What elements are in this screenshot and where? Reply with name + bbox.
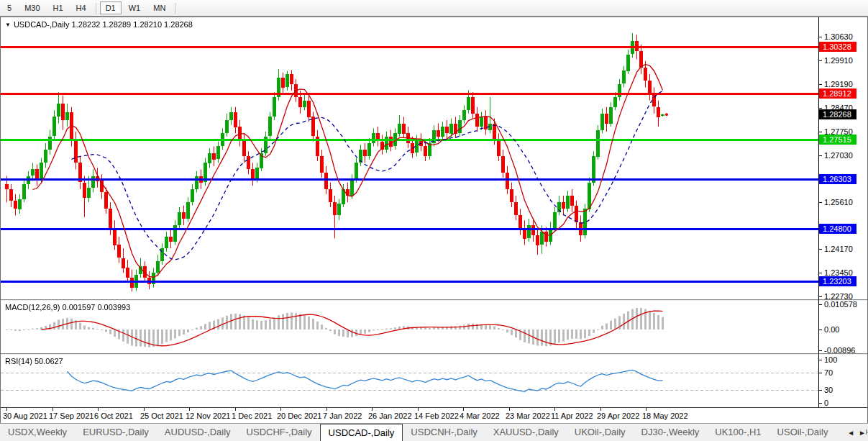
axis-tick-mark (819, 108, 822, 109)
axis-tick-mark (819, 84, 822, 85)
date-tick-mark (418, 408, 419, 411)
timeframe-toolbar: 5M30H1H4D1W1MN (0, 0, 868, 17)
price-axis-tick: 1.30630 (824, 32, 853, 42)
timeframe-button-5[interactable]: 5 (1, 1, 17, 14)
chart-tab-bar: USDX,WeeklyEURUSD-,DailyAUDUSD-,DailyUSD… (0, 423, 868, 441)
date-tick-mark (280, 408, 281, 411)
price-axis-tick: 1.25610 (824, 197, 853, 207)
tab-scroll-right-icon[interactable]: ► (859, 429, 866, 437)
date-axis-label: 30 Aug 2021 (3, 412, 47, 420)
date-axis-label: 29 Apr 2022 (597, 412, 639, 420)
pane-separator[interactable] (1, 353, 867, 355)
date-tick-mark (235, 408, 236, 411)
chart-tab-ukoil-daily[interactable]: UKOil-,Daily (567, 424, 634, 441)
ohlc-high: 1.28289 (102, 20, 131, 29)
rsi-label: RSI(14) 50.0627 (5, 357, 63, 365)
timeframe-button-d1[interactable]: D1 (100, 1, 122, 14)
chart-tab-uk100-h1[interactable]: UK100-,H1 (707, 424, 769, 441)
chart-tab-usdchf-daily[interactable]: USDCHF-,Daily (239, 424, 320, 441)
price-axis-tick: 1.27030 (824, 150, 853, 160)
toolbar-separator (175, 3, 175, 14)
timeframe-button-h4[interactable]: H4 (70, 1, 92, 14)
date-tick-mark (6, 408, 7, 411)
date-tick-mark (98, 408, 99, 411)
date-axis-label: 1 Dec 2021 (232, 412, 272, 420)
rsi-pane-canvas[interactable] (1, 355, 818, 407)
timeframe-button-m30[interactable]: M30 (19, 1, 45, 14)
toolbar-separator (96, 3, 96, 14)
axis-tick-mark (819, 273, 822, 273)
date-axis-label: 20 Dec 2021 (277, 412, 321, 420)
date-axis-label: 23 Mar 2022 (506, 412, 550, 420)
price-axis-tick: 70 (824, 368, 833, 378)
axis-tick-mark (819, 373, 822, 373)
axis-tick-mark (819, 329, 822, 330)
axis-tick-mark (819, 132, 822, 132)
date-axis: 30 Aug 202117 Sep 20216 Oct 202125 Oct 2… (1, 407, 867, 424)
chart-title: ▼USDCAD-,Daily 1.28232 1.28289 1.28210 1… (5, 20, 193, 29)
chart-tab-usdcad-daily[interactable]: USDCAD-,Daily (320, 424, 403, 441)
axis-tick-mark (819, 350, 822, 351)
pane-separator[interactable] (1, 299, 867, 301)
price-axis-tick: 1.29190 (824, 79, 853, 89)
axis-tick-mark (819, 37, 822, 37)
price-tag: 1.23203 (819, 276, 856, 286)
price-chart-canvas[interactable] (1, 18, 818, 299)
date-axis-label: 18 May 2022 (642, 412, 688, 420)
date-tick-mark (326, 408, 327, 411)
chart-tab-dj30-weekly[interactable]: DJ30-,Weekly (634, 424, 708, 441)
date-axis-label: 12 Nov 2021 (186, 412, 230, 420)
rsi-value: 50.0627 (35, 357, 63, 365)
price-axis-line (818, 17, 819, 407)
chart-tab-usdcnh-daily[interactable]: USDCNH-,Daily (403, 424, 485, 441)
date-axis-label: 4 Mar 2022 (460, 412, 500, 420)
price-axis-tick: 1.24170 (824, 244, 853, 254)
axis-tick-mark (819, 155, 822, 156)
date-axis-label: 26 Jan 2022 (368, 412, 412, 420)
price-axis-tick: 100 (824, 355, 837, 365)
axis-tick-mark (819, 360, 822, 360)
symbol-dropdown-icon[interactable]: ▼ (5, 22, 11, 28)
axis-tick-mark (819, 296, 822, 297)
date-tick-mark (463, 408, 464, 411)
date-axis-label: 14 Feb 2022 (414, 412, 459, 420)
axis-tick-mark (819, 403, 822, 404)
macd-label: MACD(12,26,9) 0.001597 0.003993 (5, 303, 130, 312)
date-axis-label: 11 Apr 2022 (551, 412, 593, 420)
axis-tick-mark (819, 60, 822, 61)
chart-tab-usoil-daily[interactable]: USOil-,Daily (769, 424, 836, 441)
axis-tick-mark (819, 249, 822, 250)
timeframe-button-mn[interactable]: MN (147, 1, 171, 14)
price-tag: 1.26303 (819, 174, 856, 184)
date-axis-label: 6 Oct 2021 (94, 412, 133, 420)
date-tick-mark (52, 408, 53, 411)
chart-tab-audusd-daily[interactable]: AUDUSD-,Daily (157, 424, 239, 441)
date-tick-mark (372, 408, 373, 411)
price-axis-tick: -0.00896 (824, 345, 855, 355)
price-axis-tick: 0.010578 (824, 299, 857, 309)
date-tick-mark (554, 408, 555, 411)
chart-tab-eurusd-daily[interactable]: EURUSD-,Daily (75, 424, 157, 441)
trading-app: 5M30H1H4D1W1MN ▼USDCAD-,Daily 1.28232 1.… (0, 0, 868, 441)
price-tag: 1.28912 (819, 88, 856, 99)
chart-tab-usdx-weekly[interactable]: USDX,Weekly (0, 424, 75, 441)
axis-tick-mark (819, 390, 822, 391)
price-tag: 1.28268 (819, 109, 856, 119)
date-tick-mark (646, 408, 647, 411)
tab-scroll-left-icon[interactable]: ◄ (847, 429, 854, 437)
timeframe-button-w1[interactable]: W1 (123, 1, 147, 14)
chart-tab-xauusd-daily[interactable]: XAUUSD-,Daily (485, 424, 567, 441)
date-axis-label: 17 Sep 2021 (49, 412, 93, 420)
price-tag: 1.27515 (819, 135, 856, 145)
ohlc-close: 1.28268 (164, 20, 193, 29)
timeframe-button-h1[interactable]: H1 (47, 1, 69, 14)
date-tick-mark (189, 408, 190, 411)
chart-window: ▼USDCAD-,Daily 1.28232 1.28289 1.28210 1… (0, 17, 868, 423)
date-axis-label: 25 Oct 2021 (140, 412, 183, 420)
tab-scroll-arrows: ◄ ► (843, 424, 866, 441)
axis-tick-mark (819, 304, 822, 305)
chart-title-symbol: USDCAD-,Daily (14, 20, 70, 29)
price-axis-tick: 30 (824, 385, 833, 395)
macd-values: 0.001597 0.003993 (62, 303, 130, 312)
ohlc-open: 1.28232 (72, 20, 101, 29)
